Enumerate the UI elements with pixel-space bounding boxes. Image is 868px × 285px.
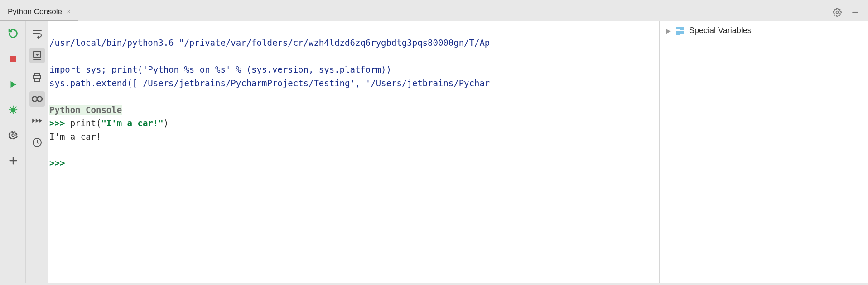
console-line: import sys; print('Python %s on %s' % (s…: [49, 64, 391, 74]
bottom-edge: [0, 283, 868, 285]
console-line: sys.path.extend(['/Users/jetbrains/Pycha…: [49, 78, 490, 88]
toolwindow-tab-row: Python Console ×: [0, 3, 868, 21]
settings-icon[interactable]: [7, 129, 19, 141]
console-toolbar: [26, 21, 48, 283]
svg-line-11: [10, 112, 11, 113]
expand-triangle-icon[interactable]: ▶: [666, 27, 671, 34]
prompt: >>>: [49, 158, 70, 168]
gear-icon[interactable]: [832, 7, 842, 17]
code-call: print(: [70, 118, 101, 128]
close-icon[interactable]: ×: [67, 8, 71, 16]
new-console-icon[interactable]: [7, 155, 19, 167]
variables-panel: ▶ Special Variables: [659, 21, 868, 283]
special-variables-node[interactable]: ▶ Special Variables: [666, 26, 861, 35]
stop-icon[interactable]: [7, 53, 19, 65]
svg-marker-26: [39, 119, 42, 123]
svg-marker-25: [35, 119, 39, 123]
console-output[interactable]: /usr/local/bin/python3.6 "/private/var/f…: [48, 21, 659, 283]
svg-line-12: [15, 107, 16, 108]
history-icon[interactable]: [29, 135, 45, 150]
svg-point-23: [37, 97, 42, 102]
svg-line-9: [10, 107, 11, 108]
svg-rect-17: [34, 51, 41, 58]
print-icon[interactable]: [29, 69, 45, 85]
console-banner: Python Console: [49, 105, 122, 115]
debug-icon[interactable]: [7, 104, 19, 116]
toolwindow-body: /usr/local/bin/python3.6 "/private/var/f…: [0, 21, 868, 283]
tab-label: Python Console: [8, 7, 62, 16]
console-line: /usr/local/bin/python3.6 "/private/var/f…: [49, 38, 490, 48]
rerun-icon[interactable]: [7, 28, 19, 39]
svg-point-4: [10, 108, 15, 113]
svg-point-0: [836, 11, 839, 14]
prompt: >>>: [49, 118, 70, 128]
svg-rect-2: [10, 56, 16, 62]
python-console-toolwindow: Python Console ×: [0, 0, 868, 285]
special-variables-label: Special Variables: [689, 26, 752, 35]
soft-wrap-icon[interactable]: [29, 26, 45, 41]
stdout-line: I'm a car!: [49, 132, 101, 142]
run-icon[interactable]: [7, 79, 19, 90]
svg-line-10: [15, 112, 16, 113]
svg-point-22: [32, 97, 37, 102]
code-callend: ): [164, 118, 169, 128]
tab-python-console[interactable]: Python Console ×: [0, 3, 78, 21]
command-queue-icon[interactable]: [29, 113, 45, 128]
show-variables-icon[interactable]: [29, 91, 45, 107]
code-string: "I'm a car!": [101, 118, 163, 128]
svg-point-13: [12, 134, 14, 137]
hide-icon[interactable]: [850, 7, 860, 17]
left-action-bar: [0, 21, 26, 283]
variables-group-icon: [675, 26, 685, 35]
svg-marker-3: [10, 81, 16, 88]
scroll-to-end-icon[interactable]: [29, 48, 45, 63]
console-area: /usr/local/bin/python3.6 "/private/var/f…: [48, 21, 868, 283]
toolwindow-header-actions: [832, 3, 868, 21]
svg-marker-24: [32, 119, 35, 123]
